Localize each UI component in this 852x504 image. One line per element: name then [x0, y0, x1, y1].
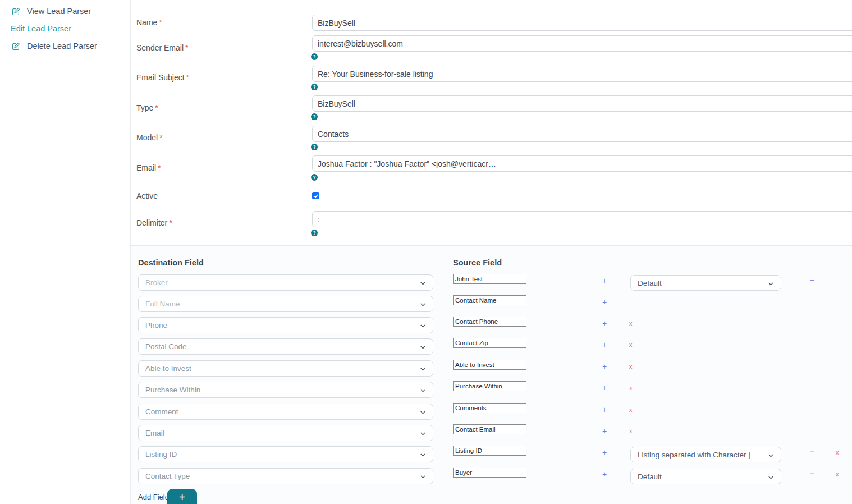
source-field-input[interactable]: [453, 424, 526, 434]
destination-field-value: Contact Type: [145, 472, 190, 480]
sidebar-item-label: View Lead Parser: [27, 7, 91, 16]
help-icon[interactable]: ?: [311, 53, 318, 60]
help-icon[interactable]: ?: [311, 113, 318, 120]
required-asterisk: *: [158, 163, 161, 172]
active-checkbox[interactable]: [312, 192, 319, 199]
email-input[interactable]: [312, 155, 852, 172]
required-asterisk: *: [185, 43, 188, 52]
destination-field-value: Email: [145, 429, 164, 437]
destination-field-header: Destination Field: [138, 258, 204, 267]
help-icon[interactable]: ?: [311, 230, 318, 236]
add-source-button[interactable]: +: [600, 319, 609, 328]
required-asterisk: *: [159, 18, 162, 27]
source-field-input[interactable]: [453, 338, 526, 348]
add-field-button[interactable]: +: [167, 489, 197, 504]
add-source-button[interactable]: +: [600, 470, 609, 479]
add-source-button[interactable]: +: [600, 427, 609, 436]
destination-field-value: Listing ID: [145, 450, 177, 459]
add-source-button[interactable]: +: [600, 297, 609, 306]
model-input[interactable]: [312, 126, 852, 142]
add-source-button[interactable]: +: [600, 383, 609, 392]
destination-field-value: Postal Code: [145, 342, 187, 351]
delete-row-button[interactable]: x: [836, 449, 839, 456]
delimiter-input[interactable]: [312, 211, 852, 227]
email-subject-label: Email Subject*: [136, 73, 189, 82]
source-option-select[interactable]: Listing separated with Character |: [630, 447, 781, 462]
destination-field-select[interactable]: Broker: [138, 274, 433, 291]
name-input[interactable]: [312, 15, 852, 31]
text-cursor: [483, 275, 483, 282]
add-field-label: Add Field: [138, 493, 169, 501]
source-option-value: Default: [638, 279, 662, 287]
sidebar-item-edit-lead-parser[interactable]: Edit Lead Parser: [11, 24, 71, 33]
destination-field-select[interactable]: Full Name: [138, 296, 433, 312]
destination-field-select[interactable]: Postal Code: [138, 338, 433, 355]
source-field-input[interactable]: [453, 317, 526, 327]
source-field-header: Source Field: [453, 258, 502, 267]
sidebar: View Lead Parser Edit Lead Parser Delete…: [0, 0, 113, 504]
edit-icon: [12, 7, 20, 16]
destination-field-select[interactable]: Purchase Within: [138, 382, 433, 398]
help-icon[interactable]: ?: [311, 174, 318, 181]
help-icon[interactable]: ?: [311, 84, 318, 90]
edit-icon: [12, 42, 20, 51]
delete-row-button[interactable]: x: [629, 363, 633, 370]
source-option-value: Default: [638, 473, 662, 481]
destination-field-select[interactable]: Able to Invest: [138, 360, 433, 377]
destination-field-select[interactable]: Contact Type: [138, 468, 433, 484]
delete-row-button[interactable]: x: [629, 428, 633, 434]
delete-row-button[interactable]: x: [629, 384, 633, 391]
source-field-input[interactable]: [453, 446, 526, 456]
delete-row-button[interactable]: x: [629, 406, 633, 413]
required-asterisk: *: [169, 218, 172, 227]
source-field-input[interactable]: [453, 360, 526, 370]
sender-email-input[interactable]: [312, 35, 852, 52]
required-asterisk: *: [159, 133, 162, 142]
email-label: Email*: [136, 163, 161, 172]
add-source-button[interactable]: +: [600, 340, 609, 349]
delete-row-button[interactable]: x: [629, 341, 633, 348]
destination-field-select[interactable]: Listing ID: [138, 446, 433, 462]
type-label: Type*: [136, 103, 158, 112]
sender-email-label: Sender Email*: [136, 43, 189, 52]
add-source-button[interactable]: +: [600, 448, 609, 457]
edit-lead-parser-form: Name* Sender Email* ? Email Subject* ? T…: [130, 0, 852, 504]
add-source-button[interactable]: +: [600, 362, 609, 371]
remove-source-button[interactable]: −: [808, 469, 817, 478]
destination-field-select[interactable]: Comment: [138, 404, 433, 420]
destination-field-select[interactable]: Email: [138, 425, 433, 441]
sidebar-item-label: Edit Lead Parser: [11, 24, 71, 33]
source-field-input[interactable]: [453, 468, 526, 478]
destination-field-value: Full Name: [145, 300, 180, 308]
source-field-input[interactable]: [453, 381, 526, 391]
destination-field-value: Purchase Within: [145, 386, 200, 394]
required-asterisk: *: [186, 73, 189, 82]
model-label: Model*: [136, 133, 163, 142]
required-asterisk: *: [155, 103, 158, 112]
destination-field-select[interactable]: Phone: [138, 317, 433, 333]
source-option-select[interactable]: Default: [630, 469, 781, 484]
delete-row-button[interactable]: x: [836, 471, 839, 478]
type-input[interactable]: [312, 95, 852, 112]
source-option-select[interactable]: Default: [630, 275, 781, 291]
destination-field-value: Able to Invest: [145, 364, 191, 373]
sidebar-item-delete-lead-parser[interactable]: Delete Lead Parser: [12, 42, 97, 51]
add-source-button[interactable]: +: [600, 405, 609, 414]
name-label: Name*: [136, 18, 162, 27]
source-field-input[interactable]: [453, 403, 526, 413]
remove-source-button[interactable]: −: [808, 447, 817, 456]
email-subject-input[interactable]: [312, 66, 852, 82]
destination-field-value: Comment: [145, 407, 178, 416]
source-option-value: Listing separated with Character |: [638, 451, 750, 459]
add-source-button[interactable]: +: [600, 276, 609, 285]
delete-row-button[interactable]: x: [629, 320, 633, 327]
destination-field-value: Broker: [145, 278, 168, 287]
delimiter-label: Delimiter*: [136, 218, 172, 227]
source-field-input[interactable]: [453, 295, 526, 305]
help-icon[interactable]: ?: [311, 144, 318, 150]
destination-field-value: Phone: [145, 321, 167, 329]
active-label: Active: [136, 191, 158, 200]
sidebar-item-view-lead-parser[interactable]: View Lead Parser: [12, 7, 91, 16]
remove-source-button[interactable]: −: [808, 275, 817, 285]
source-field-input[interactable]: [453, 274, 526, 284]
